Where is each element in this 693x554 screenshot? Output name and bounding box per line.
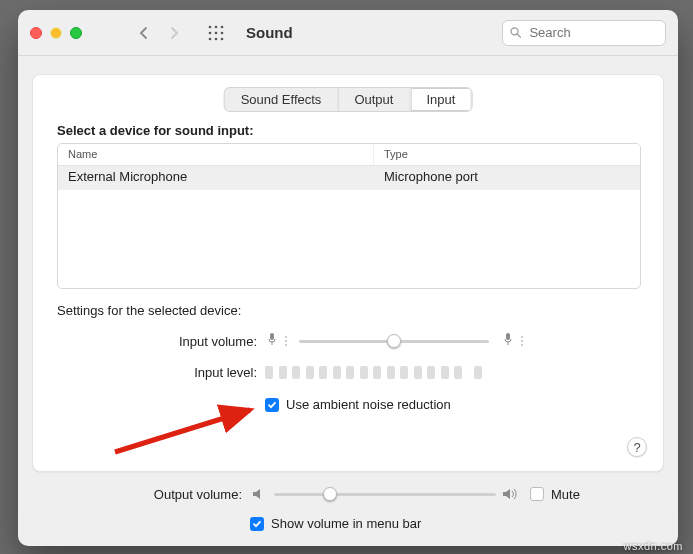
svg-point-4 [215,31,218,34]
speaker-high-icon [502,488,520,500]
device-type: Microphone port [374,166,488,190]
system-preferences-window: Sound Sound Effects Output Input Select … [18,10,678,546]
svg-point-5 [221,31,224,34]
watermark: wsxdn.com [623,540,683,552]
output-volume-slider[interactable] [274,484,496,504]
table-row[interactable]: External Microphone Microphone port [58,166,640,190]
input-volume-label: Input volume: [33,334,265,349]
svg-point-8 [221,37,224,40]
search-field[interactable] [502,20,666,46]
mic-low-icon [265,332,279,350]
speaker-low-icon [250,488,268,500]
mute-checkbox[interactable] [530,487,544,501]
window-controls [30,27,82,39]
input-device-heading: Select a device for sound input: [57,123,253,138]
input-level-label: Input level: [33,365,265,380]
show-all-button[interactable] [204,21,228,45]
output-volume-label: Output volume: [18,487,250,502]
column-type[interactable]: Type [374,144,640,165]
window-title: Sound [246,24,293,41]
noise-reduction-checkbox[interactable] [265,398,279,412]
minimize-button[interactable] [50,27,62,39]
forward-button[interactable] [162,21,186,45]
svg-point-6 [209,37,212,40]
show-volume-menubar-label: Show volume in menu bar [271,516,421,531]
back-button[interactable] [132,21,156,45]
input-volume-slider[interactable] [299,331,489,351]
titlebar: Sound [18,10,678,56]
svg-line-10 [517,34,520,37]
svg-point-2 [221,25,224,28]
mute-label: Mute [551,487,580,502]
help-button[interactable]: ? [627,437,647,457]
sound-tabs: Sound Effects Output Input [224,87,473,112]
svg-point-7 [215,37,218,40]
tab-sound-effects[interactable]: Sound Effects [225,88,339,111]
svg-rect-13 [506,333,510,340]
mic-high-icon [501,332,515,350]
input-device-table: Name Type External Microphone Microphone… [57,143,641,289]
device-name: External Microphone [58,166,374,190]
noise-reduction-label: Use ambient noise reduction [286,397,451,412]
close-button[interactable] [30,27,42,39]
input-level-meter [265,366,482,379]
show-volume-menubar-checkbox[interactable] [250,517,264,531]
tab-output[interactable]: Output [338,88,410,111]
svg-point-3 [209,31,212,34]
zoom-button[interactable] [70,27,82,39]
search-input[interactable] [527,24,658,41]
svg-rect-11 [270,333,274,340]
svg-point-1 [215,25,218,28]
selected-device-heading: Settings for the selected device: [57,303,241,318]
sound-panel: Sound Effects Output Input Select a devi… [32,74,664,472]
search-icon [510,26,521,39]
column-name[interactable]: Name [58,144,374,165]
svg-point-0 [209,25,212,28]
tab-input[interactable]: Input [410,88,471,111]
